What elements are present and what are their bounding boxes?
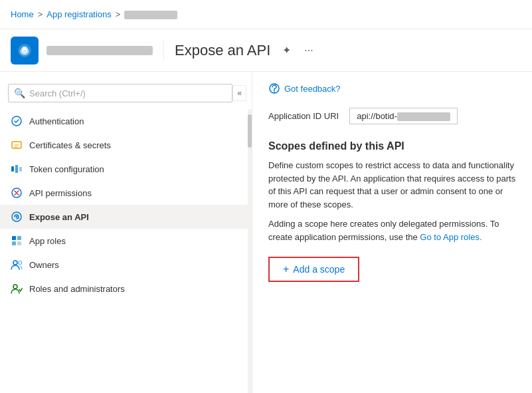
sidebar-item-owners[interactable]: Owners	[0, 253, 248, 277]
sidebar-item-owners-label: Owners	[29, 260, 59, 270]
svg-rect-10	[12, 236, 16, 240]
scopes-section-title: Scopes defined by this API	[268, 140, 516, 152]
sidebar-item-api-permissions[interactable]: API permissions	[0, 181, 248, 205]
more-options-button[interactable]: ···	[300, 42, 317, 59]
svg-point-15	[19, 261, 22, 265]
search-box[interactable]: 🔍 Search (Ctrl+/)	[8, 84, 232, 102]
breadcrumb-current	[124, 9, 177, 19]
app-name-blurred	[46, 46, 153, 55]
svg-rect-11	[17, 236, 21, 240]
add-scope-label: Add a scope	[293, 264, 345, 275]
sidebar: 🔍 Search (Ctrl+/) « Authentication C	[0, 72, 252, 393]
page-header: Expose an API ✦ ···	[0, 29, 532, 72]
svg-rect-12	[12, 241, 16, 245]
breadcrumb-sep2: >	[116, 9, 121, 19]
expose-icon	[11, 211, 23, 223]
feedback-label: Got feedback?	[284, 84, 341, 94]
app-id-uri-blurred	[397, 112, 450, 121]
sidebar-item-authentication-label: Authentication	[29, 116, 84, 126]
auth-icon	[11, 115, 23, 127]
app-id-uri-label: Application ID URI	[268, 111, 339, 121]
feedback-row[interactable]: Got feedback?	[268, 82, 516, 94]
sidebar-scrollbar-thumb	[248, 114, 252, 148]
pin-button[interactable]: ✦	[278, 41, 295, 59]
search-icon: 🔍	[14, 88, 25, 98]
svg-rect-5	[15, 165, 18, 173]
add-scope-button[interactable]: + Add a scope	[268, 257, 359, 282]
plus-icon: +	[283, 263, 289, 275]
feedback-icon	[268, 82, 280, 94]
search-placeholder: Search (Ctrl+/)	[29, 88, 86, 98]
cert-icon	[11, 139, 23, 151]
app-icon	[11, 37, 39, 65]
sidebar-item-certificates[interactable]: Certificates & secrets	[0, 133, 248, 157]
header-divider	[163, 41, 164, 61]
sidebar-item-certificates-label: Certificates & secrets	[29, 140, 111, 150]
header-actions: ✦ ···	[278, 41, 317, 59]
scopes-desc1-text: Define custom scopes to restrict access …	[268, 160, 515, 209]
sidebar-item-expose-api-label: Expose an API	[29, 212, 89, 222]
token-icon	[11, 163, 23, 175]
roles-icon	[11, 235, 23, 247]
svg-rect-6	[19, 167, 22, 172]
sidebar-item-token-label: Token configuration	[29, 164, 104, 174]
sidebar-search-row: 🔍 Search (Ctrl+/) «	[0, 72, 252, 109]
svg-point-9	[16, 216, 18, 218]
svg-point-18	[274, 92, 275, 93]
sidebar-item-app-roles[interactable]: App roles	[0, 229, 248, 253]
cloud-gear-icon	[17, 43, 33, 59]
sidebar-nav-container: Authentication Certificates & secrets To…	[0, 109, 252, 393]
main-content: Got feedback? Application ID URI api://b…	[252, 72, 532, 393]
page-title: Expose an API	[175, 42, 270, 59]
sidebar-item-roles-admins[interactable]: Roles and administrators	[0, 277, 248, 301]
app-id-uri-value: api://botid-	[349, 108, 458, 124]
main-layout: 🔍 Search (Ctrl+/) « Authentication C	[0, 72, 532, 393]
svg-rect-4	[11, 166, 14, 172]
breadcrumb-home[interactable]: Home	[11, 9, 34, 19]
sidebar-scrollbar[interactable]	[248, 109, 252, 393]
sidebar-item-token-config[interactable]: Token configuration	[0, 157, 248, 181]
go-to-app-roles-link[interactable]: Go to App roles.	[420, 232, 482, 242]
roles-admins-icon	[11, 283, 23, 295]
scopes-desc1: Define custom scopes to restrict access …	[268, 159, 516, 211]
nav-list: Authentication Certificates & secrets To…	[0, 109, 248, 393]
api-perm-icon	[11, 187, 23, 199]
svg-point-16	[13, 285, 17, 289]
sidebar-collapse-button[interactable]: «	[232, 85, 246, 101]
sidebar-item-api-permissions-label: API permissions	[29, 188, 92, 198]
breadcrumb: Home > App registrations >	[0, 0, 532, 29]
sidebar-item-authentication[interactable]: Authentication	[0, 109, 248, 133]
sidebar-item-roles-admins-label: Roles and administrators	[29, 284, 125, 294]
breadcrumb-app-registrations[interactable]: App registrations	[46, 9, 112, 19]
svg-point-14	[13, 261, 17, 265]
breadcrumb-sep1: >	[38, 9, 43, 19]
sidebar-item-expose-api[interactable]: Expose an API	[0, 205, 248, 229]
sidebar-item-app-roles-label: App roles	[29, 236, 66, 246]
app-id-uri-prefix: api://botid-	[357, 111, 397, 121]
app-id-uri-row: Application ID URI api://botid-	[268, 108, 516, 124]
svg-rect-13	[17, 241, 21, 245]
scopes-desc2: Adding a scope here creates only delegat…	[268, 217, 516, 243]
owners-icon	[11, 259, 23, 271]
